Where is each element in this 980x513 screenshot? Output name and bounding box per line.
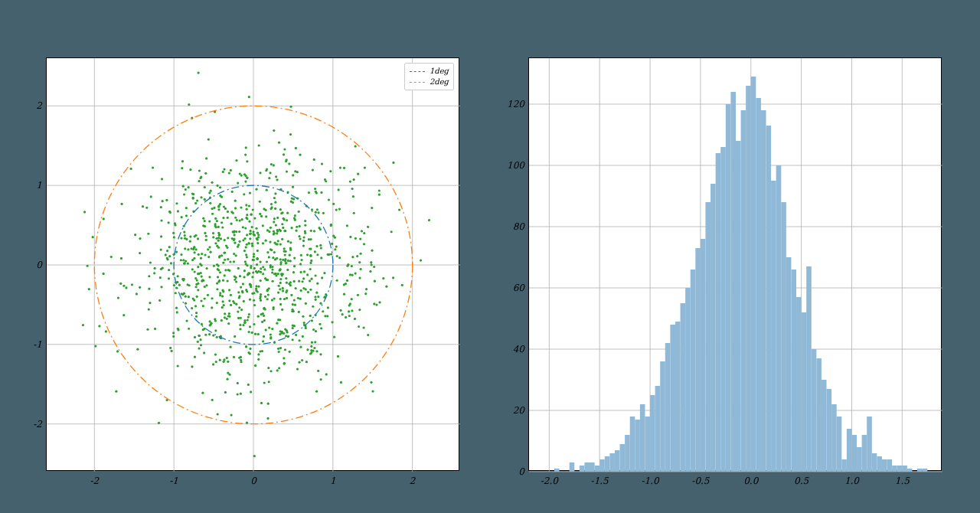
svg-point-788 (255, 285, 257, 287)
svg-point-319 (219, 294, 221, 296)
svg-point-752 (207, 256, 210, 258)
svg-point-873 (261, 350, 263, 352)
svg-point-627 (310, 230, 312, 232)
svg-rect-1082 (851, 435, 857, 472)
svg-point-751 (303, 270, 305, 273)
svg-point-130 (243, 300, 245, 302)
svg-point-762 (242, 226, 244, 228)
svg-point-831 (257, 358, 260, 361)
svg-point-878 (225, 244, 227, 247)
svg-point-164 (281, 211, 283, 214)
svg-point-227 (245, 146, 247, 149)
figure: 1deg 2deg -2-1012-2-1012 -2.0-1.5-1.0-0.… (0, 0, 980, 513)
svg-point-172 (335, 245, 338, 247)
svg-point-638 (276, 369, 279, 371)
svg-point-547 (221, 226, 224, 228)
svg-point-900 (177, 275, 179, 277)
xtick-label: 2 (410, 475, 416, 486)
svg-point-690 (246, 290, 248, 292)
svg-point-394 (230, 223, 232, 225)
svg-point-180 (239, 328, 241, 330)
svg-point-415 (264, 277, 266, 279)
svg-point-283 (211, 181, 213, 184)
svg-point-318 (314, 250, 316, 253)
svg-point-922 (277, 319, 279, 321)
svg-point-280 (310, 345, 312, 348)
svg-point-455 (227, 269, 230, 271)
svg-point-119 (367, 334, 369, 336)
svg-point-345 (248, 331, 250, 333)
svg-rect-1074 (812, 349, 817, 472)
svg-rect-1061 (746, 86, 751, 472)
svg-point-460 (253, 217, 256, 219)
svg-point-402 (308, 191, 310, 194)
svg-rect-1087 (877, 456, 882, 472)
svg-point-518 (328, 253, 330, 256)
svg-point-329 (273, 221, 275, 223)
svg-point-758 (279, 282, 282, 284)
svg-point-397 (254, 364, 256, 367)
svg-point-195 (103, 217, 105, 220)
svg-point-110 (198, 253, 200, 256)
svg-point-994 (216, 263, 218, 266)
svg-point-376 (234, 217, 237, 219)
svg-point-271 (292, 338, 294, 341)
svg-rect-1060 (741, 110, 746, 472)
svg-point-634 (249, 352, 251, 355)
svg-point-610 (334, 248, 336, 250)
svg-point-621 (279, 230, 282, 232)
svg-point-123 (166, 250, 168, 252)
svg-point-190 (392, 276, 394, 279)
svg-point-157 (286, 212, 289, 214)
svg-point-876 (160, 268, 162, 270)
svg-point-683 (330, 224, 332, 226)
xtick-label: -1.5 (591, 475, 609, 486)
svg-point-333 (183, 193, 185, 195)
svg-point-285 (351, 188, 354, 190)
svg-point-677 (292, 327, 294, 329)
svg-point-91 (223, 304, 225, 306)
svg-point-848 (200, 344, 202, 346)
svg-point-111 (175, 292, 177, 294)
svg-point-505 (171, 350, 173, 352)
svg-point-523 (160, 206, 162, 208)
svg-point-127 (214, 242, 217, 244)
svg-point-364 (191, 259, 194, 261)
svg-point-860 (299, 263, 302, 265)
svg-point-877 (338, 208, 341, 211)
svg-rect-1067 (776, 165, 782, 472)
svg-point-433 (224, 269, 227, 271)
svg-point-25 (267, 367, 270, 369)
svg-point-863 (335, 208, 338, 211)
svg-point-420 (292, 303, 294, 306)
svg-point-608 (92, 236, 94, 238)
svg-point-887 (311, 341, 313, 344)
svg-point-910 (338, 188, 340, 191)
svg-point-565 (276, 178, 278, 181)
svg-point-945 (279, 303, 282, 306)
svg-point-906 (282, 289, 284, 292)
svg-point-908 (270, 266, 272, 268)
legend-swatch-2deg-icon (410, 82, 425, 83)
svg-point-693 (271, 299, 273, 301)
svg-point-658 (260, 299, 262, 302)
svg-rect-1086 (872, 453, 877, 472)
svg-point-842 (371, 250, 373, 252)
svg-rect-1080 (841, 459, 847, 472)
svg-point-590 (216, 302, 218, 304)
svg-point-60 (371, 207, 373, 209)
svg-point-57 (286, 219, 288, 221)
svg-point-844 (370, 261, 372, 263)
svg-point-144 (275, 175, 277, 178)
svg-point-849 (354, 237, 357, 240)
svg-point-163 (226, 378, 228, 381)
svg-rect-1052 (701, 239, 706, 472)
svg-point-853 (217, 269, 220, 271)
svg-point-233 (282, 227, 284, 229)
svg-point-354 (309, 254, 312, 256)
svg-point-828 (192, 197, 194, 199)
svg-point-875 (248, 242, 250, 244)
svg-point-381 (274, 201, 276, 204)
ytick-label: 100 (507, 160, 524, 171)
svg-point-581 (197, 289, 199, 291)
